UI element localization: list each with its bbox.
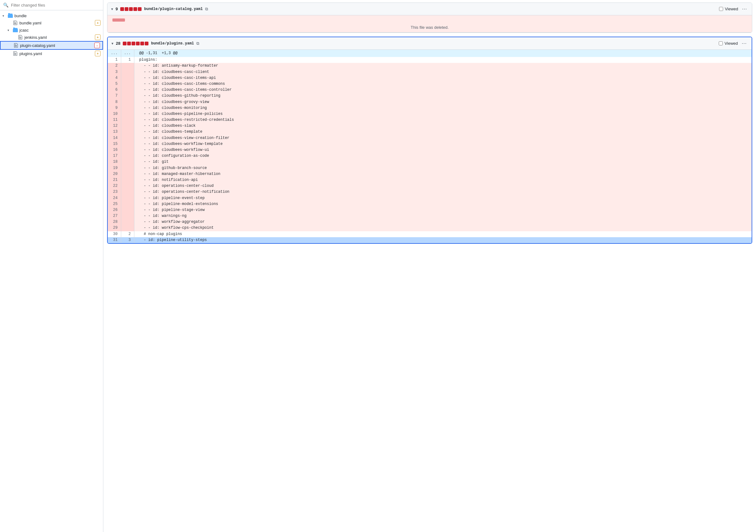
code-line: - - id: notification-api xyxy=(134,177,752,183)
diff-section-plugin-catalog-diff: ▾9bundle/plugin-catalog.yaml⧉ Viewed⋯Thi… xyxy=(107,3,752,33)
old-line-num: 2 xyxy=(108,63,121,69)
new-line-num xyxy=(121,219,134,225)
viewed-text: Viewed xyxy=(725,41,738,46)
change-count: 28 xyxy=(116,41,120,46)
new-line-num xyxy=(121,195,134,201)
filter-input[interactable] xyxy=(11,3,100,8)
code-line: - - id: cloudbees-github-reporting xyxy=(134,93,752,99)
file-path: bundle/plugin-catalog.yaml xyxy=(144,7,202,11)
diff-row: 11 - - id: cloudbees-restricted-credenti… xyxy=(108,117,752,123)
hunk-header-text: @@ -1,31 +1,3 @@ xyxy=(134,50,752,57)
more-options-button[interactable]: ⋯ xyxy=(740,40,748,47)
diff-row: 12 - - id: cloudbees-slack xyxy=(108,123,752,129)
old-line-num: 29 xyxy=(108,225,121,231)
copy-path-icon[interactable]: ⧉ xyxy=(205,7,208,12)
old-line-num: 22 xyxy=(108,183,121,189)
deleted-notice: This file was deleted. xyxy=(107,15,752,33)
new-line-num xyxy=(121,123,134,129)
search-icon: 🔍 xyxy=(3,3,9,8)
viewed-checkbox[interactable] xyxy=(719,7,723,11)
old-line-num: 21 xyxy=(108,177,121,183)
folder-icon xyxy=(8,13,13,18)
diff-row: 27 - - id: warnings-ng xyxy=(108,213,752,219)
code-line: - - id: cloudbees-monitoring xyxy=(134,105,752,111)
old-line-num: 19 xyxy=(108,165,121,171)
diff-row: 11plugins: xyxy=(108,57,752,63)
old-line-num: 14 xyxy=(108,135,121,141)
viewed-label[interactable]: Viewed xyxy=(719,41,738,46)
diff-row: 10 - - id: cloudbees-pipeline-policies xyxy=(108,111,752,117)
diff-square-red xyxy=(136,42,140,45)
old-line-num: 27 xyxy=(108,213,121,219)
old-line-num: 16 xyxy=(108,147,121,153)
more-options-button[interactable]: ⋯ xyxy=(741,5,748,13)
collapse-chevron-icon[interactable]: ▾ xyxy=(112,41,113,46)
new-line-num xyxy=(121,225,134,231)
item-name: jenkins.yaml xyxy=(24,35,94,40)
diff-row: 4 - - id: cloudbees-casc-items-api xyxy=(108,75,752,81)
diff-main: ▾9bundle/plugin-catalog.yaml⧉ Viewed⋯Thi… xyxy=(103,0,756,532)
item-name: bundle xyxy=(14,13,100,18)
diff-row: 15 - - id: cloudbees-workflow-template xyxy=(108,141,752,147)
new-line-num xyxy=(121,63,134,69)
copy-path-icon[interactable]: ⧉ xyxy=(196,41,199,46)
old-line-num: 5 xyxy=(108,81,121,87)
new-line-num xyxy=(121,69,134,75)
diff-square-red xyxy=(120,7,124,11)
tree-item-bundle-yaml[interactable]: bundle.yaml+ xyxy=(0,19,103,27)
item-name: bundle.yaml xyxy=(19,21,94,25)
diff-squares xyxy=(120,7,142,11)
new-line-num xyxy=(121,129,134,135)
new-line-num xyxy=(121,207,134,213)
toggle-icon[interactable]: ▾ xyxy=(8,29,13,32)
old-line-num: 24 xyxy=(108,195,121,201)
tree-item-jenkins-yaml[interactable]: jenkins.yaml+ xyxy=(0,34,103,41)
change-badge: + xyxy=(95,51,100,56)
collapse-chevron-icon[interactable]: ▾ xyxy=(111,7,113,11)
diff-row: 6 - - id: cloudbees-casc-items-controlle… xyxy=(108,87,752,93)
viewed-checkbox[interactable] xyxy=(719,41,723,45)
file-icon xyxy=(17,35,23,40)
diff-row: 16 - - id: cloudbees-workflow-ui xyxy=(108,147,752,153)
folder-icon xyxy=(13,28,18,33)
old-line-num: 11 xyxy=(108,117,121,123)
diff-row: 28 - - id: workflow-aggregator xyxy=(108,219,752,225)
code-line: - - id: managed-master-hibernation xyxy=(134,171,752,177)
code-line: - - id: pipeline-stage-view xyxy=(134,207,752,213)
diff-square-red xyxy=(133,7,137,11)
hunk-dots-left: ... xyxy=(108,50,121,57)
old-line-num: 28 xyxy=(108,219,121,225)
old-line-num: 26 xyxy=(108,207,121,213)
code-line: - - id: cloudbees-groovy-view xyxy=(134,99,752,105)
new-line-num xyxy=(121,147,134,153)
tree-item-bundle-folder[interactable]: ▾bundle xyxy=(0,12,103,19)
file-tree: ▾bundlebundle.yaml+▾jcascjenkins.yaml+pl… xyxy=(0,10,103,59)
diff-row: 26 - - id: pipeline-stage-view xyxy=(108,207,752,213)
code-line: # non-cap plugins xyxy=(134,231,752,237)
file-tree-sidebar: 🔍 ▾bundlebundle.yaml+▾jcascjenkins.yaml+… xyxy=(0,0,103,532)
new-line-num xyxy=(121,183,134,189)
search-bar: 🔍 xyxy=(0,0,103,10)
old-line-num: 23 xyxy=(108,189,121,195)
old-line-num: 9 xyxy=(108,105,121,111)
code-line: - - id: workflow-cps-checkpoint xyxy=(134,225,752,231)
diff-row: 22 - - id: operations-center-cloud xyxy=(108,183,752,189)
old-line-num: 17 xyxy=(108,153,121,159)
code-line: - - id: configuration-as-code xyxy=(134,153,752,159)
tree-item-plugins-yaml[interactable]: plugins.yaml+ xyxy=(0,50,103,57)
diff-row: 313 - id: pipeline-utility-steps xyxy=(108,237,752,243)
diff-row: 25 - - id: pipeline-model-extensions xyxy=(108,201,752,207)
file-icon xyxy=(13,20,18,25)
change-badge: - xyxy=(94,42,100,48)
diff-row: 13 - - id: cloudbees-template xyxy=(108,129,752,135)
code-line: - - id: operations-center-cloud xyxy=(134,183,752,189)
diff-header: ▾9bundle/plugin-catalog.yaml⧉ Viewed⋯ xyxy=(107,3,752,15)
tree-item-jcasc-folder[interactable]: ▾jcasc xyxy=(0,27,103,34)
viewed-label[interactable]: Viewed xyxy=(719,7,738,11)
toggle-icon[interactable]: ▾ xyxy=(3,14,8,17)
code-line: - - id: warnings-ng xyxy=(134,213,752,219)
tree-item-plugin-catalog-yaml[interactable]: plugin-catalog.yaml- xyxy=(0,41,103,50)
file-path: bundle/plugins.yaml xyxy=(151,41,194,46)
code-line: - - id: cloudbees-pipeline-policies xyxy=(134,111,752,117)
diff-square-red xyxy=(131,42,135,45)
